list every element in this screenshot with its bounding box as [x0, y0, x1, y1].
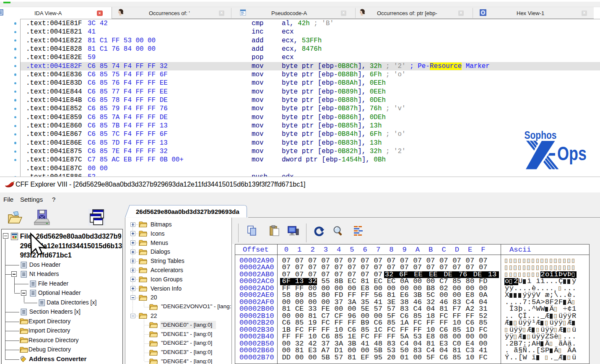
- svg-text:Ops: Ops: [557, 143, 587, 164]
